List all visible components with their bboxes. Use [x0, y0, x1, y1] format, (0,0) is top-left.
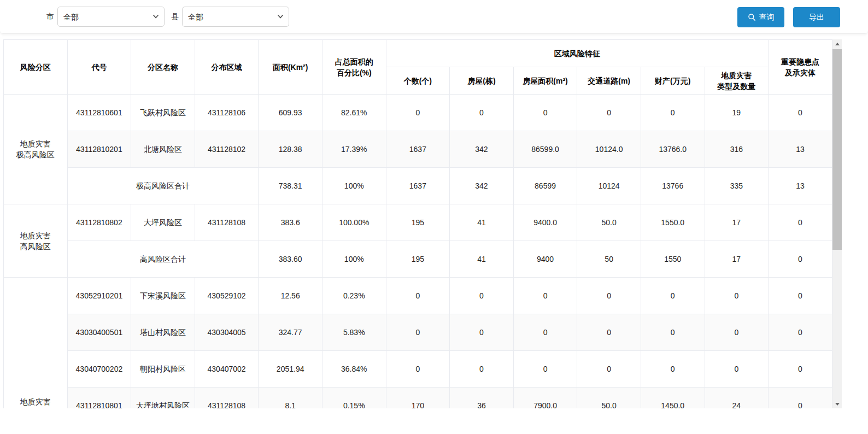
filter-bar: 市 全部 县 全部 查询 导出 — [0, 0, 868, 34]
header-risk-zone: 风险分区 — [4, 40, 68, 95]
header-count: 个数(个) — [386, 67, 450, 95]
subtotal-cell-house_area: 9400 — [513, 241, 577, 278]
vertical-scrollbar[interactable] — [832, 39, 842, 408]
cell-dist: 431128108 — [195, 204, 259, 241]
cell-property: 0 — [641, 278, 705, 314]
cell-code: 43052910201 — [67, 278, 131, 314]
cell-types: 0 — [705, 278, 769, 314]
cell-cnt: 195 — [386, 204, 450, 241]
cell-hazards: 13 — [769, 131, 832, 168]
cell-area: 383.6 — [259, 204, 322, 241]
cell-code: 43040700202 — [67, 351, 131, 388]
table-row: 地质灾害高风险区43112810802大坪风险区431128108383.610… — [4, 204, 832, 241]
header-roads: 交通道路(m) — [577, 67, 641, 95]
cell-types: 316 — [705, 131, 769, 168]
cell-pct: 82.61% — [322, 95, 386, 131]
cell-name: 塔山村风险区 — [131, 314, 195, 351]
header-regional-risk-features: 区域风险特征 — [386, 40, 769, 67]
subtotal-cell-property: 13766 — [641, 168, 705, 204]
cell-house_area: 86599.0 — [513, 131, 577, 168]
cell-pct: 36.84% — [322, 351, 386, 388]
subtotal-cell-area: 738.31 — [259, 168, 322, 204]
city-label: 市 — [46, 12, 54, 22]
cell-dist: 431128102 — [195, 131, 259, 168]
subtotal-cell-cnt: 1637 — [386, 168, 450, 204]
cell-house_area: 0 — [513, 278, 577, 314]
header-house-area: 房屋面积(m²) — [513, 67, 577, 95]
export-button-label: 导出 — [809, 13, 824, 22]
cell-roads: 0 — [577, 351, 641, 388]
subtotal-label: 高风险区合计 — [67, 241, 259, 278]
scrollbar-thumb[interactable] — [832, 49, 842, 250]
cell-pct: 0.15% — [322, 388, 386, 409]
scroll-down-icon — [835, 403, 840, 406]
cell-roads: 0 — [577, 278, 641, 314]
table-row: 地质灾害43052910201下宋溪风险区43052910212.560.23%… — [4, 278, 832, 314]
table-row: 43030400501塔山村风险区430304005324.775.83%000… — [4, 314, 832, 351]
cell-area: 128.38 — [259, 131, 322, 168]
cell-cnt: 0 — [386, 95, 450, 131]
city-select[interactable]: 全部 — [57, 7, 165, 27]
cell-code: 43030400501 — [67, 314, 131, 351]
subtotal-cell-cnt: 195 — [386, 241, 450, 278]
header-distribution-area: 分布区域 — [195, 40, 259, 95]
subtotal-row: 高风险区合计383.60100%195419400501550170 — [4, 241, 832, 278]
scroll-up-button[interactable] — [832, 39, 842, 48]
risk-zone-group-cell: 地质灾害高风险区 — [4, 204, 68, 278]
cell-name: 飞跃村风险区 — [131, 95, 195, 131]
cell-pct: 5.83% — [322, 314, 386, 351]
cell-name: 大坪塘村风险区 — [131, 388, 195, 409]
cell-types: 19 — [705, 95, 769, 131]
cell-area: 609.93 — [259, 95, 322, 131]
cell-roads: 0 — [577, 95, 641, 131]
cell-code: 43112810801 — [67, 388, 131, 409]
cell-types: 0 — [705, 314, 769, 351]
query-button-label: 查询 — [759, 13, 775, 22]
cell-dist: 430407002 — [195, 351, 259, 388]
query-button[interactable]: 查询 — [737, 7, 784, 27]
cell-property: 0 — [641, 95, 705, 131]
cell-hazards: 0 — [769, 314, 832, 351]
risk-zone-group-cell: 地质灾害极高风险区 — [4, 95, 68, 204]
subtotal-cell-pct: 100% — [322, 241, 386, 278]
cell-houses: 0 — [450, 95, 514, 131]
cell-name: 下宋溪风险区 — [131, 278, 195, 314]
county-select[interactable]: 全部 — [182, 7, 289, 27]
county-select-wrap: 全部 — [182, 7, 289, 27]
cell-area: 8.1 — [259, 388, 322, 409]
subtotal-cell-types: 335 — [705, 168, 769, 204]
cell-property: 0 — [641, 314, 705, 351]
cell-types: 0 — [705, 351, 769, 388]
subtotal-cell-property: 1550 — [641, 241, 705, 278]
cell-houses: 0 — [450, 351, 514, 388]
subtotal-cell-houses: 342 — [450, 168, 514, 204]
subtotal-row: 极高风险区合计738.31100%16373428659910124137663… — [4, 168, 832, 204]
export-button[interactable]: 导出 — [793, 7, 840, 27]
cell-property: 1550.0 — [641, 204, 705, 241]
cell-area: 2051.94 — [259, 351, 322, 388]
city-select-wrap: 全部 — [57, 7, 165, 27]
cell-name: 北塘风险区 — [131, 131, 195, 168]
cell-pct: 100.00% — [322, 204, 386, 241]
scroll-up-icon — [835, 43, 840, 45]
subtotal-cell-hazards: 0 — [769, 241, 832, 278]
subtotal-cell-houses: 41 — [450, 241, 514, 278]
header-property: 财产(万元) — [641, 67, 705, 95]
cell-hazards: 0 — [769, 351, 832, 388]
cell-pct: 0.23% — [322, 278, 386, 314]
subtotal-cell-area: 383.60 — [259, 241, 322, 278]
cell-property: 1450.0 — [641, 388, 705, 409]
header-houses: 房屋(栋) — [450, 67, 514, 95]
search-icon — [748, 13, 756, 21]
action-buttons: 查询 导出 — [737, 7, 840, 27]
cell-property: 13766.0 — [641, 131, 705, 168]
cell-code: 43112810601 — [67, 95, 131, 131]
subtotal-cell-house_area: 86599 — [513, 168, 577, 204]
subtotal-cell-types: 17 — [705, 241, 769, 278]
scroll-down-button[interactable] — [832, 400, 842, 408]
cell-types: 24 — [705, 388, 769, 409]
cell-houses: 36 — [450, 388, 514, 409]
cell-house_area: 7900.0 — [513, 388, 577, 409]
cell-name: 大坪风险区 — [131, 204, 195, 241]
header-disaster-types: 地质灾害类型及数量 — [705, 67, 769, 95]
